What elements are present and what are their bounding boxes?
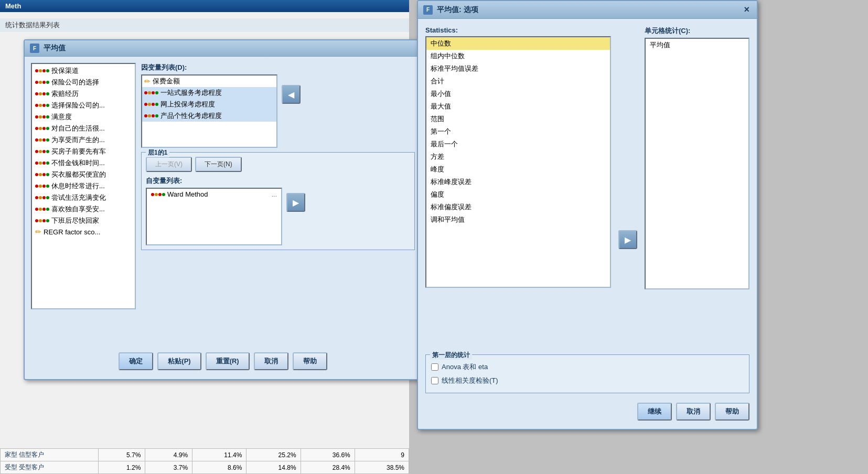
options-help-button[interactable]: 帮助: [715, 403, 749, 421]
stats-item-biaozhun[interactable]: 标准平均值误差: [426, 62, 610, 75]
list-item[interactable]: 下班后尽快回家: [33, 215, 134, 227]
move-to-factor-button[interactable]: ◀: [282, 85, 301, 104]
cancel-button[interactable]: 取消: [254, 352, 288, 370]
factor-section: 因变量列表(D): ✏ 保费金额: [141, 63, 415, 148]
var-icon: [35, 127, 49, 130]
stats-item-fangcha[interactable]: 方差: [426, 150, 610, 163]
options-dialog-icon: F: [423, 5, 433, 15]
stats-item-fengdu[interactable]: 峰度: [426, 163, 610, 176]
anova-checkbox[interactable]: [431, 363, 438, 371]
stats-item-fanwei[interactable]: 范围: [426, 113, 610, 125]
stats-item-zuida[interactable]: 最大值: [426, 100, 610, 113]
anova-checkbox-row: Anova 表和 eta: [431, 360, 744, 374]
options-cancel-button[interactable]: 取消: [676, 403, 711, 421]
continue-button[interactable]: 继续: [637, 403, 672, 421]
list-item[interactable]: ✏ REGR factor sco...: [33, 227, 134, 237]
options-titlebar: F 平均值: 选项 ×: [418, 1, 757, 19]
factor-listbox[interactable]: ✏ 保费金额 一站式服务考虑程度: [141, 74, 277, 148]
table-cell: 1.2%: [98, 461, 145, 474]
stats-item-zuneizhongweishu[interactable]: 组内中位数: [426, 50, 610, 62]
ellipsis: ...: [272, 191, 277, 198]
reset-button[interactable]: 重置(R): [206, 352, 250, 370]
prev-page-button[interactable]: 上一页(V): [146, 157, 192, 172]
options-bottom-buttons: 继续 取消 帮助: [425, 400, 749, 421]
factor-item[interactable]: 产品个性化考虑程度: [142, 110, 276, 122]
stats-item-piandu[interactable]: 偏度: [426, 188, 610, 201]
var-icon: [35, 115, 49, 118]
center-panel: 因变量列表(D): ✏ 保费金额: [141, 63, 415, 347]
table-row: 受型 受型客户 1.2% 3.7% 8.6% 14.8% 28.4% 38.5%: [1, 461, 409, 474]
list-item[interactable]: 对自己的生活很...: [33, 123, 134, 134]
row-label-2: 受型 受型客户: [1, 461, 99, 474]
list-item[interactable]: 保险公司的选择: [33, 77, 134, 88]
stats-item-heji[interactable]: 合计: [426, 75, 610, 88]
var-icon: [144, 91, 158, 94]
factor-item[interactable]: ✏ 保费金额: [142, 76, 276, 87]
layer-stats-section: 第一层的统计 Anova 表和 eta 线性相关度检验(T): [425, 354, 749, 393]
stats-section: Statistics: 中位数 组内中位数 标准平均值误差 合计 最小值 最大值…: [425, 26, 611, 348]
cell-item-pingjunzhi[interactable]: 平均值: [646, 39, 748, 51]
paste-button[interactable]: 粘贴(P): [157, 352, 201, 370]
list-item[interactable]: 投保渠道: [33, 65, 134, 77]
bg-titlebar: Meth: [0, 0, 409, 12]
stats-item-biaozhunpiandu[interactable]: 标准偏度误差: [426, 201, 610, 213]
factor-label: 因变量列表(D):: [141, 63, 415, 72]
var-icon: [144, 103, 158, 106]
help-button[interactable]: 帮助: [293, 352, 327, 370]
indep-listbox[interactable]: Ward Method ...: [146, 188, 282, 245]
stats-title: Statistics:: [425, 26, 611, 34]
close-button[interactable]: ×: [742, 4, 752, 15]
list-item[interactable]: 喜欢独自享受安...: [33, 203, 134, 215]
options-top-row: Statistics: 中位数 组内中位数 标准平均值误差 合计 最小值 最大值…: [425, 26, 749, 348]
stats-item-zuixiao[interactable]: 最小值: [426, 88, 610, 100]
mean-main-row: 投保渠道 保险公司的选择 索赔经历: [31, 63, 415, 347]
var-icon: [35, 219, 49, 222]
stats-item-tiaohe[interactable]: 调和平均值: [426, 213, 610, 226]
list-item[interactable]: 买房子前要先有车: [33, 146, 134, 157]
var-icon: [35, 69, 49, 72]
ward-method-item[interactable]: Ward Method ...: [147, 189, 281, 200]
list-item[interactable]: 买衣服都买便宜的: [33, 169, 134, 180]
bottom-buttons: 确定 粘贴(P) 重置(R) 取消 帮助: [31, 347, 415, 370]
list-item[interactable]: 满意度: [33, 111, 134, 123]
table-cell: 36.6%: [301, 449, 355, 461]
indep-section: 自变量列表: Ward Method ...: [146, 176, 410, 245]
factor-item[interactable]: 一站式服务考虑程度: [142, 87, 276, 99]
table-cell: 28.4%: [301, 461, 355, 474]
background-table: 家型 信型客户 5.7% 4.9% 11.4% 25.2% 36.6% 9 受型…: [0, 448, 409, 474]
list-item[interactable]: 为享受而产生的...: [33, 134, 134, 146]
list-item[interactable]: 索赔经历: [33, 88, 134, 100]
indep-row: Ward Method ... ▶: [146, 188, 410, 245]
cell-stats-listbox[interactable]: 平均值: [645, 38, 749, 289]
var-icon: [35, 150, 49, 153]
next-page-button[interactable]: 下一页(N): [195, 157, 242, 172]
factor-item[interactable]: 网上投保考虑程度: [142, 99, 276, 110]
stats-listbox[interactable]: 中位数 组内中位数 标准平均值误差 合计 最小值 最大值 范围 第一个 最后一个…: [425, 36, 611, 288]
pencil-icon: ✏: [144, 77, 151, 85]
move-to-indep-button[interactable]: ▶: [286, 193, 305, 212]
var-icon: [35, 173, 49, 176]
bg-header: 统计数据结果列表: [0, 18, 409, 32]
list-item[interactable]: 选择保险公司的...: [33, 100, 134, 111]
left-var-listbox[interactable]: 投保渠道 保险公司的选择 索赔经历: [31, 63, 136, 309]
linear-checkbox[interactable]: [431, 377, 438, 384]
stats-item-zuihou[interactable]: 最后一个: [426, 138, 610, 150]
bg-subtitle: 统计数据结果列表: [5, 21, 60, 29]
transfer-button[interactable]: ▶: [618, 230, 637, 249]
stats-item-diyi[interactable]: 第一个: [426, 125, 610, 138]
stats-item-biaozhunfengdu[interactable]: 标准峰度误差: [426, 176, 610, 188]
var-icon: [35, 104, 49, 107]
linear-label: 线性相关度检验(T): [442, 376, 498, 385]
linear-checkbox-row: 线性相关度检验(T): [431, 374, 744, 387]
table-cell: 3.7%: [145, 461, 192, 474]
dialog-mean: F 平均值 投保渠道: [24, 39, 422, 380]
anova-label: Anova 表和 eta: [442, 362, 488, 372]
list-item[interactable]: 休息时经常进行...: [33, 180, 134, 192]
var-icon: [35, 161, 49, 165]
stats-item-zhongweishu[interactable]: 中位数: [426, 37, 610, 50]
list-item[interactable]: 不惜金钱和时间...: [33, 157, 134, 169]
list-item[interactable]: 尝试生活充满变化: [33, 192, 134, 203]
confirm-button[interactable]: 确定: [119, 352, 153, 370]
var-icon: [35, 208, 49, 211]
layer-legend: 层1的1: [146, 148, 169, 157]
